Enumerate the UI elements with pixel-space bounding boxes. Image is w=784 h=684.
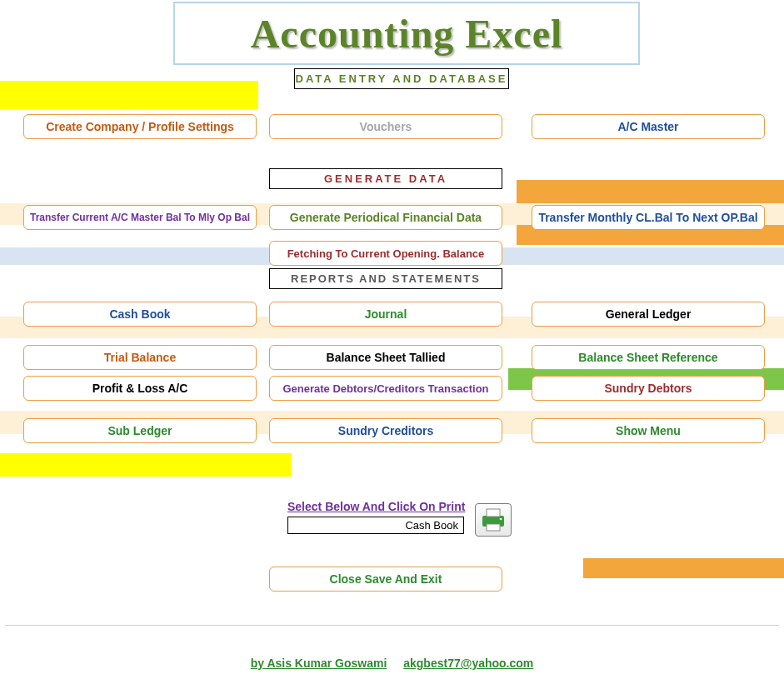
divider — [5, 625, 779, 626]
print-instruction-label: Select Below And Click On Print — [287, 500, 465, 513]
create-company-button[interactable]: Create Company / Profile Settings — [23, 114, 257, 139]
show-menu-button[interactable]: Show Menu — [532, 418, 765, 443]
app-title-box: Accounting Excel — [173, 2, 640, 65]
journal-button[interactable]: Journal — [269, 302, 502, 327]
email-link[interactable]: akgbest77@yahoo.com — [403, 657, 533, 670]
balance-sheet-tallied-button[interactable]: Balance Sheet Tallied — [269, 345, 502, 370]
print-button[interactable] — [475, 503, 512, 537]
section-header-generate: GENERATE DATA — [269, 168, 502, 189]
profit-loss-button[interactable]: Profit & Loss A/C — [23, 376, 257, 401]
general-ledger-button[interactable]: General Ledger — [532, 302, 765, 327]
section-header-reports: REPORTS AND STATEMENTS — [269, 268, 502, 289]
fetch-opening-balance-button[interactable]: Fetching To Current Opening. Balance — [269, 241, 502, 266]
author-link[interactable]: by Asis Kumar Goswami — [251, 657, 387, 670]
svg-point-3 — [500, 518, 502, 521]
section-header-data-entry: DATA ENTRY AND DATABASE — [294, 68, 509, 89]
debtors-creditors-button[interactable]: Generate Debtors/Creditors Transaction — [269, 376, 502, 401]
bg-stripe — [583, 558, 784, 578]
balance-sheet-reference-button[interactable]: Balance Sheet Reference — [532, 345, 765, 370]
bg-stripe — [0, 81, 258, 109]
svg-rect-2 — [487, 524, 500, 531]
print-select-field[interactable]: Cash Book — [287, 517, 464, 534]
vouchers-button[interactable]: Vouchers — [269, 114, 502, 139]
app-title: Accounting Excel — [251, 11, 563, 57]
sundry-creditors-button[interactable]: Sundry Creditors — [269, 418, 502, 443]
svg-rect-1 — [487, 509, 500, 517]
generate-periodical-button[interactable]: Generate Periodical Financial Data — [269, 205, 502, 230]
ac-master-button[interactable]: A/C Master — [532, 114, 765, 139]
close-save-exit-button[interactable]: Close Save And Exit — [269, 567, 502, 592]
trial-balance-button[interactable]: Trial Balance — [23, 345, 257, 370]
sundry-debtors-button[interactable]: Sundry Debtors — [532, 376, 765, 401]
sub-ledger-button[interactable]: Sub Ledger — [23, 418, 257, 443]
bg-stripe — [0, 453, 292, 477]
transfer-monthly-clbal-button[interactable]: Transfer Monthly CL.Bal To Next OP.Bal — [532, 205, 765, 230]
cash-book-button[interactable]: Cash Book — [23, 302, 257, 327]
footer: by Asis Kumar Goswami akgbest77@yahoo.co… — [0, 657, 784, 670]
transfer-mly-op-bal-button[interactable]: Transfer Current A/C Master Bal To Mly O… — [23, 205, 257, 230]
printer-icon — [479, 507, 507, 532]
